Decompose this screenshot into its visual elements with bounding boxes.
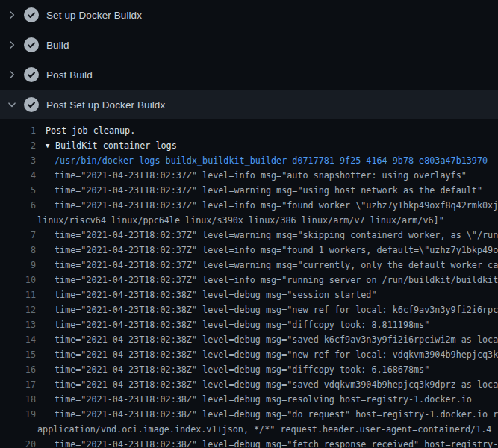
log-line-text: time="2021-04-23T18:02:38Z" level=debug …: [37, 362, 429, 377]
log-line: 13 time="2021-04-23T18:02:38Z" level=deb…: [0, 317, 498, 332]
log-line-number[interactable]: 7: [0, 228, 36, 243]
step-title: Set up Docker Buildx: [46, 10, 142, 21]
log-line: 20 time="2021-04-23T18:02:38Z" level=deb…: [0, 437, 498, 448]
log-line-number[interactable]: 12: [0, 302, 36, 317]
log-line-text: time="2021-04-23T18:02:38Z" level=debug …: [37, 317, 429, 332]
step-header-post-build[interactable]: Post Build: [0, 60, 498, 90]
log-line-text: time="2021-04-23T18:02:37Z" level=warnin…: [37, 183, 482, 198]
log-line-text: application/vnd.oci.image.index.v1+json,…: [37, 422, 491, 437]
actions-log-viewer: Set up Docker Buildx Build Post Build Po…: [0, 0, 498, 448]
log-line-text: /usr/bin/docker logs buildx_buildkit_bui…: [37, 153, 488, 168]
log-line-text: time="2021-04-23T18:02:37Z" level=info m…: [37, 168, 467, 183]
log-area: 1 Post job cleanup. 2 ▼BuildKit containe…: [0, 119, 498, 448]
log-line: linux/riscv64 linux/ppc64le linux/s390x …: [0, 213, 498, 228]
log-line-number[interactable]: 4: [0, 168, 36, 183]
log-line-number[interactable]: 9: [0, 258, 36, 273]
log-line: 8 time="2021-04-23T18:02:37Z" level=info…: [0, 243, 498, 258]
step-header-build[interactable]: Build: [0, 30, 498, 60]
log-line-text: Post job cleanup.: [37, 123, 135, 138]
log-line-text: time="2021-04-23T18:02:37Z" level=info m…: [37, 198, 498, 213]
log-line-number[interactable]: 10: [0, 273, 36, 287]
log-line-text: linux/riscv64 linux/ppc64le linux/s390x …: [37, 213, 444, 228]
log-line-number[interactable]: 8: [0, 243, 36, 258]
log-line-text: time="2021-04-23T18:02:38Z" level=debug …: [37, 392, 472, 407]
log-line-text: time="2021-04-23T18:02:38Z" level=debug …: [37, 377, 498, 392]
log-line: 14 time="2021-04-23T18:02:38Z" level=deb…: [0, 332, 498, 347]
log-group-toggle-icon[interactable]: ▼: [46, 138, 55, 153]
check-circle-icon: [24, 97, 39, 112]
log-line: 16 time="2021-04-23T18:02:38Z" level=deb…: [0, 362, 498, 377]
log-line-number[interactable]: 15: [0, 347, 36, 362]
log-line: application/vnd.oci.image.index.v1+json,…: [0, 422, 498, 437]
chevron-right-icon: [7, 70, 16, 79]
step-title: Build: [46, 40, 69, 51]
log-line-text: time="2021-04-23T18:02:37Z" level=warnin…: [37, 228, 498, 243]
log-line: 9 time="2021-04-23T18:02:37Z" level=warn…: [0, 258, 498, 273]
chevron-right-icon: [7, 40, 16, 49]
log-line: 2 ▼BuildKit container logs: [0, 138, 498, 153]
log-line-number: [0, 213, 36, 228]
log-line: 4 time="2021-04-23T18:02:37Z" level=info…: [0, 168, 498, 183]
log-line-number[interactable]: 2: [0, 138, 36, 153]
log-line-number[interactable]: 20: [0, 437, 36, 448]
log-line-text: time="2021-04-23T18:02:38Z" level=debug …: [37, 287, 377, 302]
log-line: 19 time="2021-04-23T18:02:38Z" level=deb…: [0, 407, 498, 422]
log-line-number[interactable]: 11: [0, 287, 36, 302]
log-line: 5 time="2021-04-23T18:02:37Z" level=warn…: [0, 183, 498, 198]
step-header-set-up-docker-buildx[interactable]: Set up Docker Buildx: [0, 0, 498, 30]
log-line-number: [0, 422, 36, 437]
log-line: 7 time="2021-04-23T18:02:37Z" level=warn…: [0, 228, 498, 243]
log-line-text: time="2021-04-23T18:02:38Z" level=debug …: [37, 437, 498, 448]
log-line: 1 Post job cleanup.: [0, 123, 498, 138]
log-line-text: time="2021-04-23T18:02:38Z" level=debug …: [37, 347, 498, 362]
log-line: 11 time="2021-04-23T18:02:38Z" level=deb…: [0, 287, 498, 302]
log-group-label: BuildKit container logs: [55, 140, 177, 151]
check-circle-icon: [24, 7, 39, 22]
log-line-number[interactable]: 6: [0, 198, 36, 213]
log-line-number[interactable]: 18: [0, 392, 36, 407]
log-line: 18 time="2021-04-23T18:02:38Z" level=deb…: [0, 392, 498, 407]
log-line-text: time="2021-04-23T18:02:37Z" level=info m…: [37, 243, 498, 258]
log-line-number[interactable]: 1: [0, 123, 36, 138]
log-line-number[interactable]: 16: [0, 362, 36, 377]
log-line: 3 /usr/bin/docker logs buildx_buildkit_b…: [0, 153, 498, 168]
log-line-number[interactable]: 5: [0, 183, 36, 198]
log-line: 12 time="2021-04-23T18:02:38Z" level=deb…: [0, 302, 498, 317]
step-header-post-set-up-docker-buildx[interactable]: Post Set up Docker Buildx: [0, 90, 498, 119]
steps-list: Set up Docker Buildx Build Post Build Po…: [0, 0, 498, 119]
log-line-text: time="2021-04-23T18:02:37Z" level=warnin…: [37, 258, 498, 273]
log-line-number[interactable]: 3: [0, 153, 36, 168]
log-line-text: time="2021-04-23T18:02:38Z" level=debug …: [37, 302, 498, 317]
log-line: 6 time="2021-04-23T18:02:37Z" level=info…: [0, 198, 498, 213]
step-title: Post Set up Docker Buildx: [46, 99, 165, 111]
log-line-number[interactable]: 14: [0, 332, 36, 347]
step-title: Post Build: [46, 69, 93, 81]
log-line-text: time="2021-04-23T18:02:38Z" level=debug …: [37, 332, 498, 347]
log-line: 10 time="2021-04-23T18:02:37Z" level=inf…: [0, 273, 498, 287]
chevron-right-icon: [7, 10, 16, 19]
log-line-text: time="2021-04-23T18:02:37Z" level=info m…: [37, 273, 498, 287]
log-line-text: time="2021-04-23T18:02:38Z" level=debug …: [37, 407, 498, 422]
check-circle-icon: [24, 37, 39, 52]
log-line: 15 time="2021-04-23T18:02:38Z" level=deb…: [0, 347, 498, 362]
log-line-number[interactable]: 17: [0, 377, 36, 392]
chevron-down-icon: [7, 100, 16, 109]
log-line-number[interactable]: 13: [0, 317, 36, 332]
log-line: 17 time="2021-04-23T18:02:38Z" level=deb…: [0, 377, 498, 392]
log-line-number[interactable]: 19: [0, 407, 36, 422]
check-circle-icon: [24, 67, 39, 82]
log-line-text[interactable]: ▼BuildKit container logs: [37, 138, 177, 153]
